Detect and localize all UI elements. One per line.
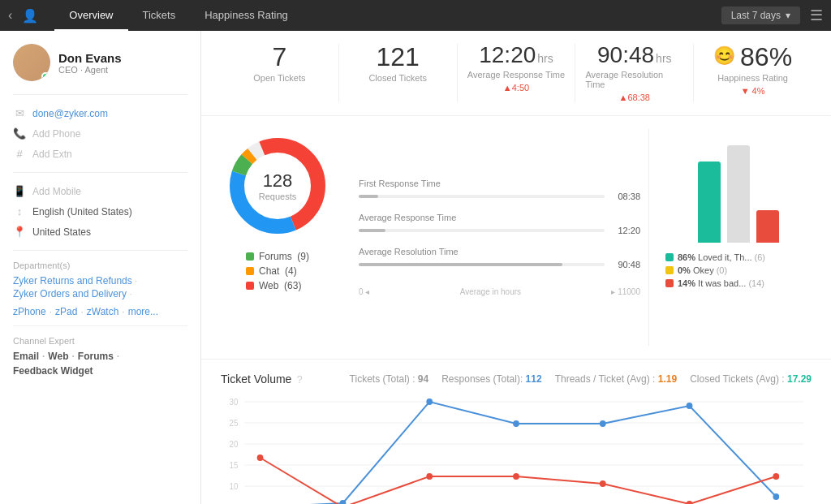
avg-resolution-unit: hrs	[656, 52, 671, 65]
back-icon[interactable]: ‹	[8, 8, 12, 23]
forums-color	[246, 252, 254, 261]
svg-point-27	[513, 473, 519, 480]
agent-role: CEO · Agent	[58, 65, 122, 75]
svg-point-24	[257, 454, 264, 461]
help-icon[interactable]: ?	[296, 373, 302, 386]
first-response-bar-row: 08:38	[359, 192, 640, 201]
response-avg: Average Response Time 12:20	[359, 213, 640, 235]
happiness-bar-neutral	[727, 145, 750, 243]
h-legend-bad: 14% It was bad... (14)	[665, 278, 812, 288]
tab-overview[interactable]: Overview	[54, 0, 127, 31]
first-response-label: First Response Time	[359, 179, 640, 188]
avg-response-value: 12:20	[479, 44, 536, 67]
tv-stat-responses: Responses (Total): 112	[441, 373, 541, 385]
channel-forums[interactable]: Forums	[78, 351, 114, 362]
tv-title: Ticket Volume ?	[221, 373, 303, 386]
avg-resolution-value: 90:48	[597, 44, 654, 67]
closed-tickets-value: 121	[377, 44, 420, 70]
feedback-widget[interactable]: Feedback Widget	[13, 365, 187, 377]
first-response-bar-bg	[359, 195, 605, 198]
svg-text:10: 10	[230, 482, 239, 491]
avg-resolution-label: Average Resolution Time	[585, 70, 683, 89]
tv-header: Ticket Volume ? Tickets (Total) : 94 Res…	[221, 373, 812, 386]
chevron-down-icon: ▾	[786, 10, 790, 21]
sidebar-email: ✉ done@zyker.com	[13, 103, 187, 123]
axis-row: 0 ◂ Average in hours ▸ 11000	[359, 287, 640, 296]
time-range-button[interactable]: Last 7 days ▾	[721, 6, 800, 24]
tv-stat-closed-avg: Closed Tickets (Avg) : 17.29	[690, 373, 812, 385]
svg-text:30: 30	[230, 398, 239, 407]
svg-point-23	[773, 493, 779, 500]
resolution-bar-row: 90:48	[359, 260, 640, 269]
response-resolution: Average Resolution Time 90:48	[359, 247, 640, 269]
donut-section: 128 Requests Forums (9) Chat (4)	[221, 129, 334, 346]
avatar	[13, 44, 50, 81]
stat-avg-resolution: 90:48 hrs Average Resolution Time ▲68:38	[575, 44, 694, 102]
mobile-icon: 📱	[13, 185, 26, 197]
svg-point-26	[426, 473, 433, 480]
avg-response-bar-bg	[359, 229, 605, 232]
stat-closed-tickets: 121 Closed Tickets	[339, 44, 458, 102]
response-times-section: First Response Time 08:38 Average Respon…	[351, 129, 649, 346]
nav-tabs: Overview Tickets Happiness Rating	[54, 0, 721, 31]
phone-icon: 📞	[13, 127, 26, 140]
hamburger-icon[interactable]: ☰	[810, 6, 823, 24]
axis-unit-label: Average in hours	[460, 287, 521, 296]
location-icon: 📍	[13, 226, 26, 238]
sidebar-language: ↕ English (United States)	[13, 201, 187, 222]
avg-response-value2: 12:20	[611, 226, 640, 235]
bad-color	[665, 279, 674, 287]
axis-min: 0 ◂	[359, 287, 369, 296]
avg-response-unit: hrs	[537, 52, 553, 65]
avg-resolution-change: ▲68:38	[619, 93, 650, 102]
avg-response-label2: Average Response Time	[359, 213, 640, 222]
happiness-chart-section: 86% Loved it, Th... (6) 0% Okey (0) 14% …	[665, 129, 812, 346]
stat-avg-response: 12:20 hrs Average Response Time ▲4:50	[458, 44, 576, 102]
dept-2[interactable]: Zyker Orders and Delivery ·	[13, 288, 187, 299]
tv-stat-threads: Threads / Ticket (Avg) : 1.19	[555, 373, 678, 385]
happiness-change: ▼ 4%	[741, 86, 765, 96]
tab-tickets[interactable]: Tickets	[128, 0, 191, 31]
resolution-bar-fill	[359, 263, 562, 266]
happiness-bar-loved	[698, 162, 721, 243]
legend-web: Web (63)	[246, 280, 309, 291]
tv-stats: Tickets (Total) : 94 Responses (Total): …	[350, 373, 812, 385]
main-layout: Don Evans CEO · Agent ✉ done@zyker.com 📞…	[0, 31, 831, 504]
web-color	[246, 282, 254, 290]
grid-icon: #	[13, 148, 26, 160]
product-more[interactable]: more...	[128, 306, 158, 317]
avg-response-change: ▲4:50	[503, 83, 529, 93]
svg-point-29	[687, 501, 693, 504]
h-legend-loved: 86% Loved it, Th... (6)	[665, 252, 812, 262]
channel-email[interactable]: Email	[13, 351, 39, 362]
sidebar-mobile[interactable]: 📱 Add Mobile	[13, 181, 187, 201]
dept-1[interactable]: Zyker Returns and Refunds ·	[13, 275, 187, 286]
happiness-value: 86%	[740, 44, 792, 70]
product-zwatch[interactable]: zWatch	[87, 306, 119, 317]
avg-response-bar-fill	[359, 229, 385, 232]
sidebar-extn[interactable]: # Add Extn	[13, 144, 187, 164]
channel-label: Channel Expert	[13, 336, 187, 346]
happiness-emoji: 😊	[713, 45, 735, 67]
donut-label: 128 Requests	[259, 170, 296, 201]
stat-happiness: 😊 86% Happiness Rating ▼ 4%	[694, 44, 812, 102]
chat-color	[246, 267, 254, 275]
closed-tickets-label: Closed Tickets	[368, 73, 427, 83]
first-response-bar-fill	[359, 195, 378, 198]
ticket-chart-svg: 30 25 20 15 10 5	[221, 394, 812, 504]
middle-section: 128 Requests Forums (9) Chat (4)	[201, 116, 831, 360]
sidebar-phone[interactable]: 📞 Add Phone	[13, 123, 187, 144]
resolution-bar-bg	[359, 263, 605, 266]
channels-list: Email · Web · Forums ·	[13, 351, 187, 362]
resolution-label: Average Resolution Time	[359, 247, 640, 256]
svg-point-21	[600, 420, 606, 427]
product-zphone[interactable]: zPhone	[13, 306, 46, 317]
legend-chat: Chat (4)	[246, 265, 309, 277]
agent-icon[interactable]: 👤	[22, 8, 38, 24]
product-zpad[interactable]: zPad	[55, 306, 77, 317]
tab-happiness[interactable]: Happiness Rating	[190, 0, 303, 31]
language-icon: ↕	[13, 205, 26, 218]
svg-text:25: 25	[230, 419, 239, 428]
channel-web[interactable]: Web	[48, 351, 68, 362]
stat-open-tickets: 7 Open Tickets	[221, 44, 339, 102]
